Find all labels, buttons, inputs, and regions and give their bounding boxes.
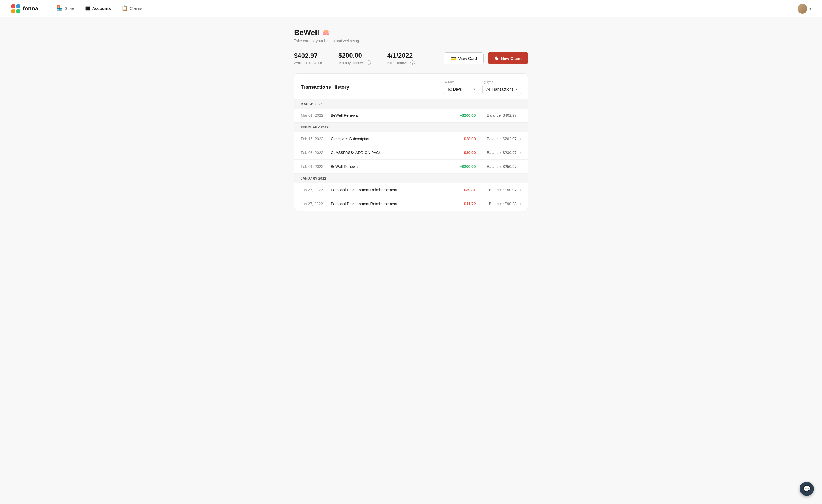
filters: By Date 60 Days ▾ By Type All Transactio… (444, 80, 521, 94)
account-header: BeWell 🪷 Take care of your health and we… (294, 28, 528, 43)
main-content: BeWell 🪷 Take care of your health and we… (289, 17, 533, 222)
transaction-description: Personal Development Reimbursement (331, 202, 451, 206)
nav-item-claims[interactable]: 📋 Claims (116, 0, 148, 17)
stat-monthly-renewal: $200.00 Monthly Renewal ? (338, 52, 371, 65)
filter-date-group: By Date 60 Days ▾ (444, 80, 479, 94)
transaction-date: Mar 01, 2022 (301, 113, 331, 117)
transaction-date: Feb 16, 2022 (301, 137, 331, 141)
nav-right: ▾ (798, 4, 811, 14)
avatar-image (798, 4, 807, 14)
transaction-description: BeWell Renewal (331, 164, 451, 169)
transaction-balance: Balance: $50.97 (476, 188, 517, 192)
monthly-renewal-value: $200.00 (338, 52, 371, 59)
avatar[interactable] (798, 4, 807, 14)
avatar-chevron-down-icon[interactable]: ▾ (809, 7, 811, 11)
svg-rect-2 (11, 9, 15, 13)
chat-button[interactable]: 💬 (800, 482, 814, 496)
account-title: BeWell (294, 28, 319, 37)
transaction-description: BeWell Renewal (331, 113, 451, 117)
transaction-date: Jan 27, 2022 (301, 188, 331, 192)
transaction-balance: Balance: $250.97 (476, 164, 517, 169)
transaction-amount: -$28.00 (451, 137, 476, 141)
transaction-row[interactable]: Jan 27, 2022 Personal Development Reimbu… (294, 197, 528, 210)
filter-type-chevron-down-icon: ▾ (515, 87, 517, 91)
transaction-description: Classpass Subscription (331, 137, 451, 141)
available-balance-value: $402.97 (294, 52, 322, 60)
filter-date-select[interactable]: 60 Days ▾ (444, 85, 479, 94)
transactions-title: Transactions History (301, 84, 349, 90)
transaction-arrow-icon: › (520, 187, 521, 192)
view-card-button[interactable]: 💳 View Card (444, 52, 484, 64)
transaction-arrow-icon: › (520, 136, 521, 141)
transaction-description: CLASSPASS* ADD ON PACK (331, 150, 451, 155)
transaction-arrow-icon: › (520, 201, 521, 206)
stats-row: $402.97 Available Balance $200.00 Monthl… (294, 52, 528, 65)
filter-date-value: 60 Days (448, 87, 462, 91)
filter-date-chevron-down-icon: ▾ (473, 87, 475, 91)
transaction-amount: -$39.31 (451, 188, 476, 192)
transaction-amount: +$200.00 (451, 113, 476, 117)
plus-icon: ⊕ (494, 55, 499, 61)
next-renewal-label: Next Renewal ? (387, 60, 415, 65)
transaction-groups: MARCH 2022 Mar 01, 2022 BeWell Renewal +… (294, 99, 528, 210)
transaction-balance: Balance: $230.97 (476, 150, 517, 155)
transaction-amount: -$11.72 (451, 202, 476, 206)
actions-right: 💳 View Card ⊕ New Claim (444, 52, 528, 64)
logo[interactable]: forma (11, 4, 38, 14)
transaction-balance: Balance: $402.97 (476, 113, 517, 117)
transactions-header: Transactions History By Date 60 Days ▾ B… (294, 74, 528, 99)
transaction-balance: Balance: $202.97 (476, 137, 517, 141)
month-header: JANUARY 2022 (294, 174, 528, 183)
transaction-date: Feb 03, 2022 (301, 150, 331, 155)
month-header: MARCH 2022 (294, 99, 528, 109)
logo-text: forma (23, 5, 38, 12)
claims-icon: 📋 (122, 5, 128, 11)
filter-type-group: By Type All Transactions ▾ (482, 80, 521, 94)
nav-item-store-label: Store (65, 6, 75, 11)
available-balance-label: Available Balance (294, 61, 322, 65)
card-icon: 💳 (450, 56, 456, 61)
new-claim-button[interactable]: ⊕ New Claim (488, 52, 528, 64)
account-emoji: 🪷 (322, 29, 330, 36)
transaction-description: Personal Development Reimbursement (331, 188, 451, 192)
monthly-renewal-info-icon[interactable]: ? (367, 60, 371, 65)
svg-rect-0 (11, 4, 15, 8)
forma-logo-icon (11, 4, 21, 14)
navbar: forma 🏪 Store ▣ Accounts 📋 Claims ▾ (0, 0, 822, 17)
chat-icon: 💬 (803, 485, 811, 492)
transaction-date: Feb 01, 2022 (301, 164, 331, 169)
nav-item-claims-label: Claims (130, 6, 142, 11)
account-title-row: BeWell 🪷 (294, 28, 528, 37)
transaction-date: Jan 27, 2022 (301, 202, 331, 206)
transaction-row[interactable]: Feb 03, 2022 CLASSPASS* ADD ON PACK -$20… (294, 146, 528, 160)
filter-date-label: By Date (444, 80, 479, 83)
filter-type-value: All Transactions (486, 87, 513, 91)
stat-available-balance: $402.97 Available Balance (294, 52, 322, 65)
transaction-balance: Balance: $90.28 (476, 202, 517, 206)
store-icon: 🏪 (57, 5, 63, 11)
transaction-arrow-icon: › (520, 150, 521, 155)
next-renewal-info-icon[interactable]: ? (410, 60, 415, 65)
transaction-amount: +$200.00 (451, 164, 476, 169)
filter-type-select[interactable]: All Transactions ▾ (482, 85, 521, 94)
month-header: FEBRUARY 2022 (294, 122, 528, 132)
transaction-row: Mar 01, 2022 BeWell Renewal +$200.00 Bal… (294, 109, 528, 122)
stat-next-renewal: 4/1/2022 Next Renewal ? (387, 52, 415, 65)
transaction-row: Feb 01, 2022 BeWell Renewal +$200.00 Bal… (294, 160, 528, 174)
nav-item-accounts[interactable]: ▣ Accounts (80, 0, 116, 17)
nav-items: 🏪 Store ▣ Accounts 📋 Claims (51, 0, 798, 17)
transaction-row[interactable]: Jan 27, 2022 Personal Development Reimbu… (294, 183, 528, 197)
filter-type-label: By Type (482, 80, 521, 83)
account-subtitle: Take care of your health and wellbeing (294, 39, 528, 43)
svg-rect-1 (16, 4, 20, 8)
next-renewal-value: 4/1/2022 (387, 52, 415, 59)
transaction-amount: -$20.00 (451, 150, 476, 155)
nav-item-accounts-label: Accounts (92, 6, 110, 11)
transactions-section: Transactions History By Date 60 Days ▾ B… (294, 73, 528, 211)
nav-item-store[interactable]: 🏪 Store (51, 0, 80, 17)
svg-rect-3 (16, 9, 20, 13)
transaction-row[interactable]: Feb 16, 2022 Classpass Subscription -$28… (294, 132, 528, 146)
monthly-renewal-label: Monthly Renewal ? (338, 60, 371, 65)
accounts-icon: ▣ (85, 5, 90, 11)
